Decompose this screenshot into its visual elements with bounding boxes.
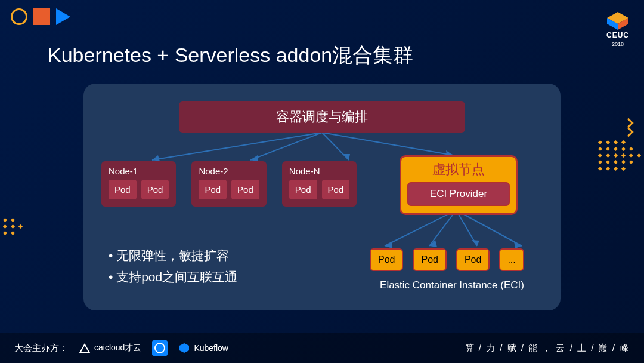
pod-box: Pod (231, 180, 259, 199)
node-label: Node-2 (199, 166, 259, 176)
svg-marker-20 (179, 343, 189, 353)
svg-marker-19 (80, 344, 89, 353)
decor-dots-left (4, 215, 27, 238)
sponsor-caicloud: caicloud才云 (79, 342, 141, 354)
play-icon (56, 8, 70, 25)
footer-slogan: 算 / 力 / 赋 / 能 ， 云 / 上 / 巅 / 峰 (465, 343, 630, 354)
logo-brand: CEUC (606, 31, 630, 39)
bullet-list: • 无限弹性，敏捷扩容 • 支持pod之间互联互通 (109, 245, 237, 287)
sponsor-middle (152, 340, 168, 356)
eci-pod: Pod (370, 248, 403, 271)
svg-marker-16 (472, 240, 479, 246)
svg-marker-8 (343, 154, 350, 160)
hex-icon (152, 340, 168, 356)
host-label: 大会主办方： (14, 343, 68, 354)
orchestrator-box: 容器调度与编排 (179, 101, 465, 133)
svg-line-7 (322, 133, 349, 160)
svg-marker-18 (514, 241, 522, 248)
svg-marker-12 (385, 241, 392, 248)
virtual-node-title: 虚拟节点 (407, 161, 510, 179)
node-1: Node-1 Pod Pod (101, 161, 176, 207)
pod-box: Pod (289, 180, 317, 199)
svg-line-11 (385, 210, 456, 246)
svg-line-3 (152, 133, 322, 160)
svg-marker-14 (429, 240, 437, 247)
sponsor-kubeflow: Kubeflow (178, 342, 228, 354)
pod-box: Pod (199, 180, 227, 199)
svg-line-5 (250, 133, 322, 160)
eci-pod: Pod (456, 248, 490, 271)
pod-box: Pod (141, 180, 169, 199)
eci-pods-row: Pod Pod Pod ... (370, 248, 524, 271)
decor-shapes (11, 8, 70, 25)
svg-line-15 (456, 210, 477, 246)
wheel-icon (154, 343, 165, 353)
eci-pod: Pod (413, 248, 446, 271)
pod-box: Pod (322, 180, 350, 199)
circle-icon (11, 8, 27, 25)
eci-pod-more: ... (499, 248, 524, 271)
bullet-item: • 无限弹性，敏捷扩容 (109, 245, 237, 266)
decor-dots-right (599, 137, 640, 174)
decor-chevrons (625, 119, 632, 136)
node-label: Node-1 (109, 166, 169, 176)
svg-line-9 (322, 133, 453, 155)
square-icon (33, 8, 50, 25)
footer-bar: 大会主办方： caicloud才云 Kubeflow 算 / 力 / 赋 / 能… (0, 333, 644, 363)
nodes-row: Node-1 Pod Pod Node-2 Pod Pod Node-N Pod… (101, 161, 357, 207)
cube-icon (606, 12, 630, 30)
node-label: Node-N (289, 166, 349, 176)
svg-line-13 (429, 210, 456, 246)
logo-year: 2018 (609, 41, 626, 47)
node-n: Node-N Pod Pod (282, 161, 357, 207)
pod-box: Pod (109, 180, 137, 199)
slide-title: Kubernetes + Serverless addon混合集群 (48, 42, 413, 69)
svg-line-17 (456, 210, 522, 246)
eci-provider-box: ECI Provider (407, 182, 510, 206)
virtual-node: 虚拟节点 ECI Provider (400, 155, 518, 215)
node-2: Node-2 Pod Pod (191, 161, 266, 207)
svg-marker-4 (152, 155, 160, 161)
bullet-item: • 支持pod之间互联互通 (109, 266, 237, 288)
eci-caption: Elastic Container Instance (ECI) (363, 279, 541, 291)
event-logo: CEUC 2018 (606, 12, 630, 48)
diagram-panel: 容器调度与编排 Node-1 Pod Pod Node-2 Pod Pod No… (83, 84, 561, 310)
